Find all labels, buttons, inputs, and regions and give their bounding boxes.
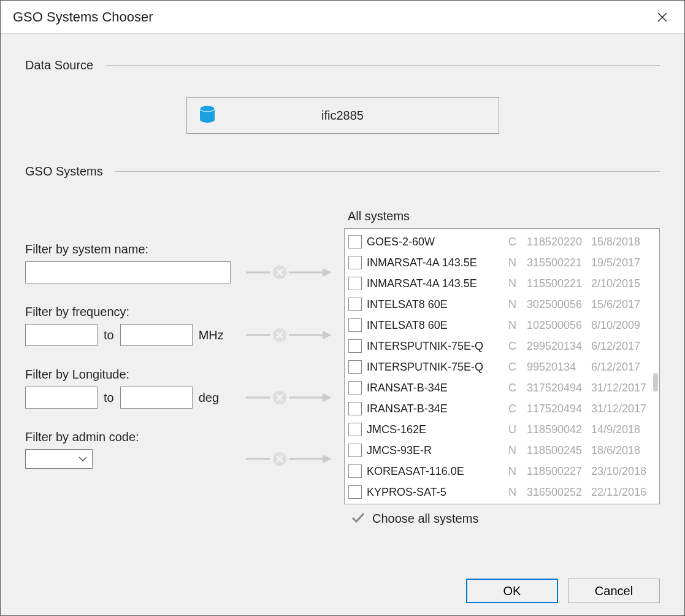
system-type: N bbox=[508, 256, 527, 269]
choose-all-systems-toggle[interactable]: Choose all systems bbox=[351, 512, 660, 526]
system-date: 23/10/2018 bbox=[591, 465, 656, 478]
filter-frequency-from-input[interactable] bbox=[25, 324, 98, 346]
system-row[interactable]: IRANSAT-B-34EC31752049431/12/2017 bbox=[348, 377, 656, 398]
system-row[interactable]: INTELSAT8 60EN1025000568/10/2009 bbox=[348, 315, 656, 336]
apply-frequency-filter-button[interactable] bbox=[246, 327, 332, 343]
system-id: 115500221 bbox=[527, 277, 591, 290]
frequency-unit-label: MHz bbox=[199, 328, 224, 342]
cancel-button-label: Cancel bbox=[595, 584, 633, 598]
system-type: C bbox=[508, 402, 527, 415]
system-row[interactable]: INMARSAT-4A 143.5EN1155002212/10/2015 bbox=[348, 273, 656, 294]
filter-longitude-label: Filter by Longitude: bbox=[25, 368, 332, 382]
apply-system-name-filter-button[interactable] bbox=[246, 264, 332, 280]
system-row[interactable]: KYPROS-SAT-5N31650025222/11/2016 bbox=[348, 482, 656, 502]
svg-marker-16 bbox=[323, 331, 332, 339]
system-row[interactable]: KOREASAT-116.0EN11850022723/10/2018 bbox=[348, 461, 656, 482]
dialog-body: Data Source ific2885 GSO Systems bbox=[1, 34, 684, 615]
system-type: N bbox=[508, 486, 527, 499]
titlebar: GSO Systems Chooser bbox=[1, 1, 684, 34]
system-id: 117520494 bbox=[527, 402, 591, 415]
systems-listbox[interactable]: GOES-2-60WC11852022015/8/2018INMARSAT-4A… bbox=[344, 228, 660, 504]
system-type: C bbox=[508, 382, 527, 395]
system-row[interactable]: IRANSAT-B-34EC11752049431/12/2017 bbox=[348, 398, 656, 419]
system-date: 2/10/2015 bbox=[591, 277, 656, 290]
svg-marker-28 bbox=[323, 455, 332, 463]
system-checkbox[interactable] bbox=[348, 360, 362, 374]
longitude-unit-label: deg bbox=[199, 391, 219, 405]
system-id: 316500252 bbox=[527, 486, 591, 499]
system-name: INTERSPUTNIK-75E-Q bbox=[367, 340, 508, 353]
system-checkbox[interactable] bbox=[348, 256, 362, 269]
system-date: 14/9/2018 bbox=[591, 423, 656, 436]
scrollbar-thumb[interactable] bbox=[653, 373, 658, 391]
system-row[interactable]: INMARSAT-4A 143.5EN31550022119/5/2017 bbox=[348, 252, 656, 273]
system-checkbox[interactable] bbox=[348, 402, 362, 415]
system-type: C bbox=[508, 361, 527, 374]
system-row[interactable]: JMCS-162EU11859004214/9/2018 bbox=[348, 419, 656, 440]
system-checkbox[interactable] bbox=[348, 464, 362, 478]
system-date: 22/11/2016 bbox=[591, 486, 656, 499]
system-id: 118500245 bbox=[527, 444, 591, 457]
arrow-apply-icon bbox=[246, 264, 332, 280]
system-name: IRANSAT-B-34E bbox=[367, 382, 508, 395]
system-checkbox[interactable] bbox=[348, 235, 362, 248]
filter-admin-code-select[interactable] bbox=[25, 449, 93, 469]
filter-admin-code-label: Filter by admin code: bbox=[25, 430, 332, 444]
system-row[interactable]: INTERSPUTNIK-75E-QC995201346/12/2017 bbox=[348, 356, 656, 377]
filters-column: Filter by system name: bbox=[25, 209, 332, 526]
system-id: 118520220 bbox=[527, 236, 591, 248]
filter-frequency-to-input[interactable] bbox=[120, 324, 193, 346]
system-checkbox[interactable] bbox=[348, 485, 362, 499]
system-checkbox[interactable] bbox=[348, 298, 362, 311]
dialog-title: GSO Systems Chooser bbox=[13, 9, 153, 25]
ok-button[interactable]: OK bbox=[466, 579, 558, 603]
system-id: 118590042 bbox=[527, 423, 591, 436]
system-type: N bbox=[508, 298, 527, 311]
data-source-row: ific2885 bbox=[25, 97, 660, 134]
system-checkbox[interactable] bbox=[348, 444, 362, 457]
system-checkbox[interactable] bbox=[348, 381, 362, 395]
system-type: N bbox=[508, 444, 527, 457]
system-date: 31/12/2017 bbox=[591, 382, 656, 395]
system-type: N bbox=[508, 465, 527, 478]
system-id: 99520134 bbox=[527, 361, 591, 374]
filter-system-name-input[interactable] bbox=[25, 261, 231, 283]
filter-longitude-to-input[interactable] bbox=[120, 387, 193, 409]
system-date: 15/6/2017 bbox=[591, 298, 656, 311]
system-type: N bbox=[508, 319, 527, 332]
choose-all-label: Choose all systems bbox=[372, 512, 478, 526]
system-id: 102500056 bbox=[527, 319, 591, 332]
arrow-apply-icon bbox=[246, 327, 332, 343]
system-name: INTERSPUTNIK-75E-Q bbox=[367, 361, 508, 374]
svg-marker-10 bbox=[323, 268, 332, 277]
cancel-button[interactable]: Cancel bbox=[568, 579, 660, 603]
system-date: 6/12/2017 bbox=[591, 361, 656, 374]
close-button[interactable] bbox=[650, 5, 675, 29]
divider bbox=[105, 65, 660, 66]
system-checkbox[interactable] bbox=[348, 318, 362, 332]
system-name: KOREASAT-116.0E bbox=[367, 465, 508, 478]
system-row[interactable]: JMCS-93E-RN11850024518/6/2018 bbox=[348, 440, 656, 461]
arrow-apply-icon bbox=[246, 390, 332, 406]
system-name: JMCS-162E bbox=[367, 423, 508, 436]
system-type: C bbox=[508, 340, 527, 353]
apply-admin-code-filter-button[interactable] bbox=[246, 451, 332, 467]
system-row[interactable]: GOES-2-60WC11852022015/8/2018 bbox=[348, 231, 656, 252]
system-date: 15/8/2018 bbox=[591, 236, 656, 248]
system-checkbox[interactable] bbox=[348, 423, 362, 436]
system-name: GOES-2-60W bbox=[367, 236, 508, 248]
all-systems-heading: All systems bbox=[348, 209, 660, 223]
system-name: INTELSAT8 60E bbox=[367, 298, 508, 311]
close-icon bbox=[657, 12, 668, 23]
system-row[interactable]: INTERSPUTNIK-75E-QC2995201346/12/2017 bbox=[348, 336, 656, 356]
system-row[interactable]: INTELSAT8 60EN30250005615/6/2017 bbox=[348, 294, 656, 315]
system-name: JMCS-93E-R bbox=[367, 444, 508, 457]
gso-systems-section-header: GSO Systems bbox=[25, 164, 660, 179]
data-source-selector[interactable]: ific2885 bbox=[186, 97, 499, 134]
filter-longitude-from-input[interactable] bbox=[25, 387, 98, 409]
apply-longitude-filter-button[interactable] bbox=[246, 390, 332, 406]
system-name: INMARSAT-4A 143.5E bbox=[367, 277, 508, 290]
system-checkbox[interactable] bbox=[348, 277, 362, 290]
ok-button-label: OK bbox=[503, 584, 521, 598]
system-checkbox[interactable] bbox=[348, 339, 362, 353]
